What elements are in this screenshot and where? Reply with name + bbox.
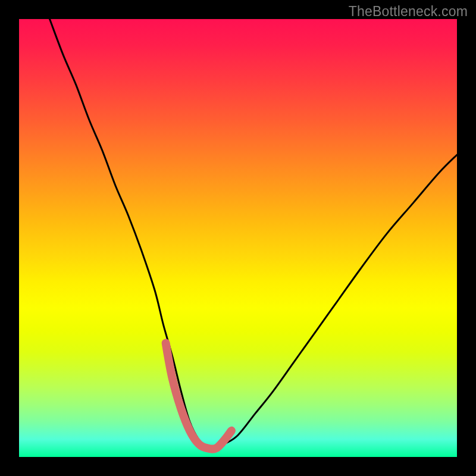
watermark-text: TheBottleneck.com — [349, 4, 468, 20]
chart-frame: TheBottleneck.com — [0, 0, 476, 476]
plot-area — [19, 19, 457, 457]
bottleneck-curve-highlight — [166, 343, 231, 449]
curve-svg — [19, 19, 457, 457]
bottleneck-curve — [50, 19, 458, 449]
